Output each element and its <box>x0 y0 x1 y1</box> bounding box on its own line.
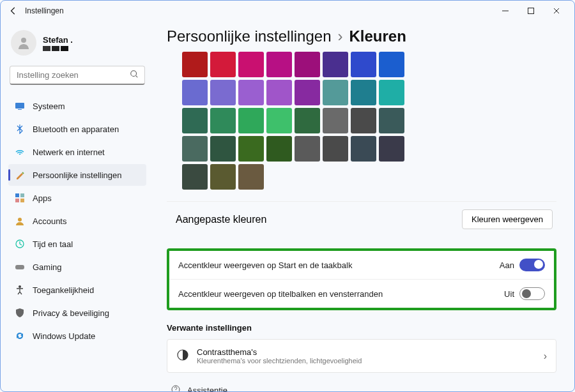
titlebar: Instellingen <box>1 1 574 21</box>
color-swatch[interactable] <box>210 80 236 105</box>
breadcrumb-sep: › <box>337 27 342 45</box>
color-swatch[interactable] <box>238 164 264 190</box>
color-swatch[interactable] <box>238 80 264 105</box>
color-swatch[interactable] <box>238 108 264 133</box>
color-swatch[interactable] <box>323 136 348 162</box>
nav-icon <box>15 285 25 295</box>
option-label: Accentkleur weergeven op Start en de taa… <box>178 260 352 270</box>
svg-rect-6 <box>18 109 22 110</box>
color-swatch[interactable] <box>182 164 208 190</box>
color-swatch[interactable] <box>351 108 376 133</box>
user-block[interactable]: Stefan . <box>8 26 146 63</box>
toggle[interactable] <box>519 287 545 300</box>
color-swatch[interactable] <box>351 80 376 105</box>
accent-option-row: Accentkleur weergeven op titelbalken en … <box>169 279 554 308</box>
color-swatch[interactable] <box>379 80 404 105</box>
sidebar-item-persoonlijke-instellingen[interactable]: Persoonlijke instellingen <box>8 164 146 186</box>
svg-point-11 <box>18 218 22 222</box>
color-swatch[interactable] <box>295 80 320 105</box>
color-swatch[interactable] <box>295 108 320 133</box>
sidebar-item-systeem[interactable]: Systeem <box>8 95 146 117</box>
color-swatch[interactable] <box>323 108 348 133</box>
sidebar-item-toegankelijkheid[interactable]: Toegankelijkheid <box>8 279 146 301</box>
avatar <box>11 30 36 56</box>
sidebar-item-bluetooth-en-apparaten[interactable]: Bluetooth en apparaten <box>8 118 146 140</box>
color-swatch[interactable] <box>323 80 348 105</box>
color-swatch[interactable] <box>182 80 208 105</box>
window-title: Instellingen <box>25 6 64 15</box>
minimize-button[interactable] <box>493 2 518 20</box>
sidebar-item-gaming[interactable]: Gaming <box>8 256 146 278</box>
color-swatch[interactable] <box>351 136 376 162</box>
color-swatch[interactable] <box>379 52 404 77</box>
color-swatch[interactable] <box>182 108 208 133</box>
color-swatch[interactable] <box>210 136 236 162</box>
svg-rect-8 <box>20 193 24 197</box>
color-swatch[interactable] <box>238 52 264 77</box>
toggle[interactable] <box>519 259 545 271</box>
color-swatch[interactable] <box>351 52 376 77</box>
svg-point-3 <box>131 71 137 77</box>
nav-label: Systeem <box>33 102 65 111</box>
nav-label: Toegankelijkheid <box>33 285 94 295</box>
maximize-button[interactable] <box>518 2 544 20</box>
color-swatch[interactable] <box>295 136 320 162</box>
color-swatch[interactable] <box>266 136 292 162</box>
color-swatch[interactable] <box>266 52 292 77</box>
svg-point-16 <box>172 386 180 391</box>
svg-point-14 <box>19 285 21 288</box>
color-swatch[interactable] <box>210 108 236 133</box>
nav: SysteemBluetooth en apparatenNetwerk en … <box>8 95 146 347</box>
color-swatch[interactable] <box>182 136 208 162</box>
related-heading: Verwante instellingen <box>167 323 556 333</box>
svg-rect-13 <box>15 265 24 269</box>
help-link[interactable]: Assistentie <box>171 384 556 391</box>
breadcrumb: Persoonlijke instellingen › Kleuren <box>167 27 556 45</box>
svg-point-2 <box>21 38 26 43</box>
card-subtitle: Kleurenthema's voor slechtzienden, licht… <box>197 357 362 365</box>
color-swatch-grid <box>182 52 556 190</box>
color-swatch[interactable] <box>323 52 348 77</box>
color-swatch[interactable] <box>182 52 208 77</box>
back-button[interactable] <box>6 3 21 19</box>
sidebar-item-windows-update[interactable]: Windows Update <box>8 325 146 347</box>
accent-option-row: Accentkleur weergeven op Start en de taa… <box>169 251 554 279</box>
color-swatch[interactable] <box>210 164 236 190</box>
nav-icon <box>15 170 25 180</box>
color-swatch[interactable] <box>379 136 404 162</box>
color-swatch[interactable] <box>238 136 264 162</box>
sidebar-item-apps[interactable]: Apps <box>8 187 146 209</box>
accent-options-box: Accentkleur weergeven op Start en de taa… <box>167 248 556 310</box>
custom-colors-row: Aangepaste kleuren Kleuren weergeven <box>167 201 556 237</box>
breadcrumb-parent[interactable]: Persoonlijke instellingen <box>167 27 331 45</box>
nav-icon <box>15 124 25 134</box>
nav-label: Windows Update <box>33 331 95 341</box>
sidebar-item-tijd-en-taal[interactable]: Tijd en taal <box>8 233 146 255</box>
link-label: Assistentie <box>187 386 227 391</box>
nav-label: Apps <box>33 193 52 203</box>
nav-label: Accounts <box>33 216 66 226</box>
nav-label: Netwerk en internet <box>33 147 105 157</box>
breadcrumb-current: Kleuren <box>349 27 406 45</box>
sidebar-item-accounts[interactable]: Accounts <box>8 210 146 232</box>
custom-colors-label: Aangepaste kleuren <box>176 214 266 225</box>
sidebar-item-netwerk-en-internet[interactable]: Netwerk en internet <box>8 141 146 163</box>
show-colors-button[interactable]: Kleuren weergeven <box>462 209 553 229</box>
close-button[interactable] <box>544 2 569 20</box>
nav-icon <box>15 331 25 341</box>
color-swatch[interactable] <box>210 52 236 77</box>
nav-label: Bluetooth en apparaten <box>33 124 119 134</box>
user-name: Stefan . <box>43 35 73 45</box>
sidebar-item-privacy-beveiliging[interactable]: Privacy & beveiliging <box>8 302 146 324</box>
nav-label: Tijd en taal <box>33 239 73 249</box>
search-input[interactable] <box>10 66 145 85</box>
color-swatch[interactable] <box>266 108 292 133</box>
color-swatch[interactable] <box>379 108 404 133</box>
chevron-right-icon: › <box>544 351 547 362</box>
color-swatch[interactable] <box>266 80 292 105</box>
contrast-themes-card[interactable]: Contrastthema's Kleurenthema's voor slec… <box>167 339 556 373</box>
contrast-icon <box>176 349 189 364</box>
color-swatch[interactable] <box>295 52 320 77</box>
toggle-state: Uit <box>504 289 514 299</box>
nav-icon <box>15 216 25 226</box>
